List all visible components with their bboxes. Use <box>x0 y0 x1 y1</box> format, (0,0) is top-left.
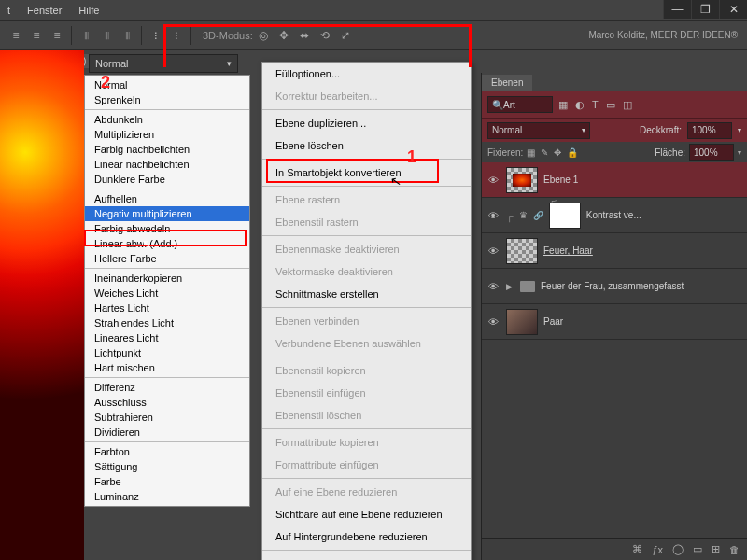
blend-mode-item[interactable]: Farbig abwedeln <box>85 221 249 236</box>
new-layer-icon[interactable]: ⊞ <box>712 543 720 555</box>
distribute-icon[interactable]: ⫶ <box>166 25 187 46</box>
visibility-eye-icon[interactable]: 👁 <box>486 281 500 292</box>
menu-item[interactable]: t <box>7 5 10 16</box>
trash-icon[interactable]: 🗑 <box>729 544 740 555</box>
blend-mode-item[interactable]: Lineares Licht <box>85 330 249 345</box>
visibility-eye-icon[interactable]: 👁 <box>486 210 500 221</box>
blend-mode-item[interactable]: Farbe <box>85 474 249 489</box>
layer-row[interactable]: 👁Paar <box>482 304 747 340</box>
opacity-input[interactable]: 100% <box>687 122 732 139</box>
context-menu-item[interactable]: Sichtbare auf eine Ebene reduzieren <box>262 503 471 525</box>
close-button[interactable]: ✕ <box>719 0 747 19</box>
blend-mode-item[interactable]: Luminanz <box>85 489 249 504</box>
distribute-icon[interactable]: ⫴ <box>117 25 137 46</box>
layer-search[interactable]: 🔍 Art <box>487 96 553 113</box>
fill-input[interactable]: 100% <box>689 144 734 161</box>
blend-mode-item[interactable]: Hellere Farbe <box>85 251 249 266</box>
layer-blend-dropdown[interactable]: Normal <box>487 122 590 139</box>
blend-mode-item[interactable]: Dunklere Farbe <box>85 172 249 187</box>
layer-thumbnail[interactable] <box>506 238 538 264</box>
blend-mode-item[interactable]: Linear abw. (Add.) <box>85 236 249 251</box>
rotate-icon[interactable]: ⟲ <box>315 25 335 46</box>
distribute-icon[interactable]: ⫴ <box>96 25 117 46</box>
blend-mode-item[interactable]: Abdunkeln <box>85 112 249 127</box>
context-menu-item[interactable]: Schnittmaske erstellen <box>262 283 471 305</box>
layer-name[interactable]: Paar <box>543 316 563 327</box>
context-menu-item[interactable]: Fülloptionen... <box>262 63 471 85</box>
blend-mode-item[interactable]: Lichtpunkt <box>85 345 249 360</box>
layer-thumbnail[interactable] <box>506 167 538 193</box>
lock-pixels-icon[interactable]: ▦ <box>527 147 535 158</box>
context-menu-item[interactable]: Ebene löschen <box>262 134 471 157</box>
align-icon[interactable]: ≡ <box>6 25 26 46</box>
blend-mode-item[interactable]: Sprenkeln <box>85 92 249 107</box>
blend-mode-item[interactable]: Sättigung <box>85 459 249 474</box>
menu-item[interactable]: Fenster <box>27 5 62 16</box>
align-icon[interactable]: ≡ <box>47 25 67 46</box>
minimize-button[interactable]: — <box>663 0 691 19</box>
filter-image-icon[interactable]: ▦ <box>558 99 568 111</box>
scale-icon[interactable]: ⤢ <box>335 25 356 46</box>
maximize-button[interactable]: ❐ <box>691 0 719 19</box>
filter-adjust-icon[interactable]: ◐ <box>575 99 585 111</box>
blend-mode-item[interactable]: Subtrahieren <box>85 410 249 425</box>
canvas[interactable] <box>0 50 84 560</box>
move-icon[interactable]: ⬌ <box>294 25 315 46</box>
blend-mode-item[interactable]: Negativ multiplizieren <box>85 206 249 221</box>
distribute-icon[interactable]: ⫴ <box>76 25 96 46</box>
pan-icon[interactable]: ✥ <box>274 25 294 46</box>
visibility-eye-icon[interactable]: 👁 <box>486 175 500 186</box>
layer-name[interactable]: Ebene 1 <box>543 175 578 185</box>
filter-smart-icon[interactable]: ◫ <box>623 99 632 111</box>
layer-name[interactable]: Kontrast ve... <box>586 210 641 220</box>
blend-mode-item[interactable]: Linear nachbelichten <box>85 157 249 172</box>
mask-icon[interactable]: ◯ <box>672 543 684 555</box>
layer-name[interactable]: Feuer, Haar <box>543 245 593 256</box>
fx-icon[interactable]: ƒx <box>652 544 663 555</box>
link-layers-icon[interactable]: ⌘ <box>632 543 642 555</box>
layer-row[interactable]: 👁▶Feuer der Frau, zusammengefasst <box>482 269 747 304</box>
canvas-image <box>0 50 84 560</box>
layer-row[interactable]: 👁Ebene 1 <box>482 162 747 198</box>
orbit-icon[interactable]: ◎ <box>253 25 274 46</box>
context-menu-item[interactable]: Auf Hintergrundebene reduzieren <box>262 525 471 548</box>
expand-arrow-icon[interactable]: ▶ <box>506 282 513 291</box>
context-menu-item[interactable]: In Smartobjekt konvertieren <box>262 161 471 184</box>
distribute-icon[interactable]: ⫶ <box>146 25 166 46</box>
layer-thumbnail[interactable] <box>506 309 538 335</box>
window-controls: — ❐ ✕ <box>663 0 747 19</box>
filter-shape-icon[interactable]: ▭ <box>606 99 615 111</box>
layer-row[interactable]: 👁Feuer, Haar <box>482 233 747 269</box>
filter-type-icon[interactable]: T <box>592 99 599 111</box>
layers-tab[interactable]: Ebenen <box>482 75 532 91</box>
blend-mode-item[interactable]: Farbton <box>85 444 249 459</box>
menu-item[interactable]: Hilfe <box>78 5 99 16</box>
lock-position-icon[interactable]: ✥ <box>554 147 561 158</box>
blend-mode-item[interactable]: Aufhellen <box>85 191 249 206</box>
blend-mode-dropdown[interactable]: Normal <box>89 54 238 73</box>
chevron-down-icon[interactable]: ▾ <box>738 148 741 157</box>
visibility-eye-icon[interactable]: 👁 <box>486 245 500 257</box>
blend-mode-item[interactable]: Differenz <box>85 380 249 395</box>
blend-mode-item[interactable]: Hart mischen <box>85 360 249 375</box>
new-group-icon[interactable]: ▭ <box>693 543 702 555</box>
visibility-eye-icon[interactable]: 👁 <box>486 316 500 328</box>
blend-mode-item[interactable]: Strahlendes Licht <box>85 315 249 330</box>
layer-row[interactable]: 👁┌♛🔗Kontrast ve... <box>482 198 747 233</box>
context-menu-item[interactable]: Keine Farbe <box>262 553 471 560</box>
lock-brush-icon[interactable]: ✎ <box>541 147 548 158</box>
blend-mode-item[interactable]: Hartes Licht <box>85 301 249 315</box>
link-icon: 🔗 <box>533 211 543 220</box>
blend-mode-item[interactable]: Ineinanderkopieren <box>85 271 249 286</box>
layer-name[interactable]: Feuer der Frau, zusammengefasst <box>541 281 684 291</box>
blend-mode-item[interactable]: Multiplizieren <box>85 127 249 142</box>
blend-mode-item[interactable]: Dividieren <box>85 425 249 440</box>
chevron-down-icon[interactable]: ▾ <box>738 126 741 134</box>
align-icon[interactable]: ≡ <box>26 25 47 46</box>
context-menu-item[interactable]: Ebene duplizieren... <box>262 112 471 134</box>
blend-mode-item[interactable]: Farbig nachbelichten <box>85 142 249 157</box>
lock-all-icon[interactable]: 🔒 <box>567 147 578 158</box>
blend-mode-item[interactable]: Ausschluss <box>85 395 249 410</box>
blend-mode-item[interactable]: Weiches Licht <box>85 286 249 301</box>
panel-tab-bar: Ebenen <box>482 73 747 91</box>
